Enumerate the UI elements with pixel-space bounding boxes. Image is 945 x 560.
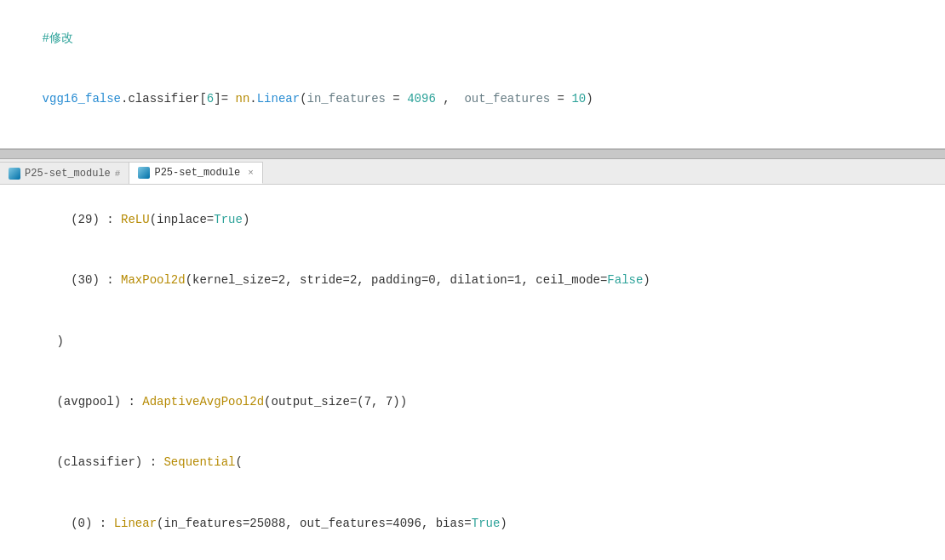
code-assignment: vgg16_false.classifier[6]= nn.Linear(in_… (14, 69, 931, 129)
code-line-1: (1) : ReLU(inplace=True) (14, 554, 931, 559)
bottom-panel: P25-set_module # P25-set_module × (29) :… (0, 159, 945, 560)
pin-icon: # (115, 169, 121, 179)
file-icon (9, 168, 20, 180)
tab-label-1: P25-set_module (25, 168, 111, 180)
code-blank1 (14, 130, 931, 149)
code-line-classifier: (classifier) : Sequential( (14, 433, 931, 494)
code-line-29: (29) : ReLU(inplace=True) (14, 190, 931, 250)
tab-p25-set-module-pinned[interactable]: P25-set_module # (0, 162, 129, 184)
file-icon-active (138, 167, 150, 179)
code-line-30: (30) : MaxPool2d(kernel_size=2, stride=2… (14, 250, 931, 311)
code-comment: #修改 (14, 9, 931, 69)
tab-label-2: P25-set_module (154, 167, 240, 179)
code-output: (29) : ReLU(inplace=True) (30) : MaxPool… (0, 185, 945, 559)
code-line-close1: ) (14, 311, 931, 372)
panel-divider[interactable] (0, 149, 945, 159)
tab-p25-set-module-active[interactable]: P25-set_module × (129, 162, 262, 184)
code-line-avgpool: (avgpool) : AdaptiveAvgPool2d(output_siz… (14, 372, 931, 432)
tab-close-icon[interactable]: × (248, 168, 254, 178)
code-line-0: (0) : Linear(in_features=25088, out_feat… (14, 494, 931, 554)
top-code-panel: #修改 vgg16_false.classifier[6]= nn.Linear… (0, 0, 945, 149)
tab-bar: P25-set_module # P25-set_module × (0, 159, 945, 185)
